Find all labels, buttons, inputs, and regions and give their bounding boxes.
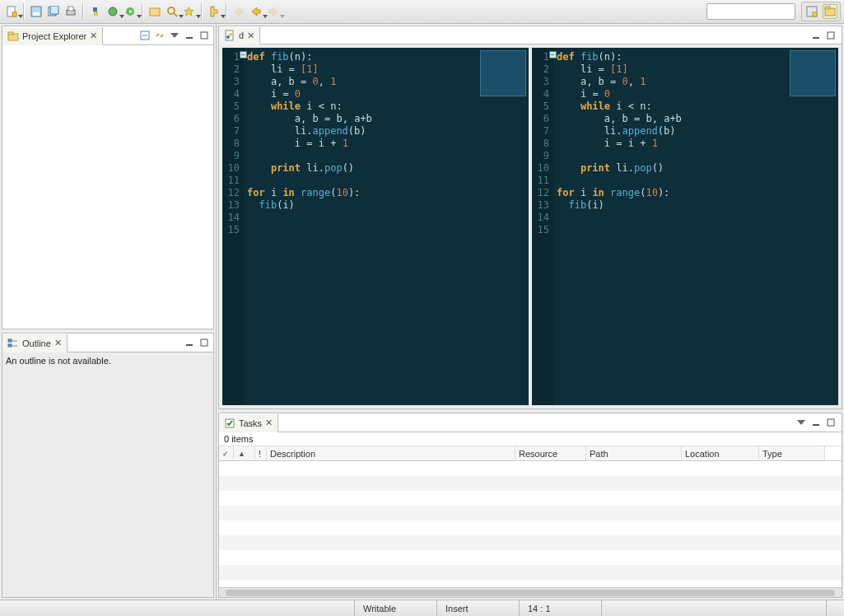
tasks-table-rows[interactable] bbox=[219, 461, 842, 587]
status-ok-icon[interactable] bbox=[826, 600, 844, 616]
view-menu-button[interactable] bbox=[168, 30, 180, 42]
svg-marker-16 bbox=[235, 7, 243, 16]
close-icon[interactable]: ✕ bbox=[247, 30, 254, 41]
new-button[interactable] bbox=[3, 3, 20, 20]
python-icon[interactable] bbox=[87, 3, 104, 20]
maximize-button[interactable] bbox=[198, 30, 210, 42]
perspective-switcher bbox=[801, 2, 841, 21]
tasks-column-header[interactable]: ✓ bbox=[219, 446, 234, 460]
svg-rect-30 bbox=[8, 339, 12, 342]
svg-rect-22 bbox=[825, 7, 830, 9]
svg-rect-3 bbox=[33, 12, 40, 16]
new-package-button[interactable] bbox=[147, 3, 163, 20]
svg-rect-11 bbox=[150, 8, 160, 16]
close-icon[interactable]: ✕ bbox=[90, 30, 97, 41]
editor-tab-label: d bbox=[239, 30, 244, 40]
status-cursor-position: 14 : 1 bbox=[528, 604, 551, 614]
tasks-column-header[interactable]: Type bbox=[759, 446, 825, 460]
svg-rect-34 bbox=[186, 344, 193, 346]
outline-view: Outline ✕ An outline is not available. bbox=[2, 333, 214, 598]
open-perspective-button[interactable] bbox=[804, 4, 819, 19]
outline-body: An outline is not available. bbox=[2, 352, 213, 597]
tasks-column-header[interactable]: Resource bbox=[515, 446, 586, 460]
tasks-icon bbox=[224, 418, 235, 429]
tasks-column-header[interactable]: Path bbox=[586, 446, 682, 460]
svg-rect-40 bbox=[828, 32, 834, 39]
svg-marker-15 bbox=[211, 7, 217, 16]
svg-rect-7 bbox=[68, 7, 73, 11]
search-tool-button[interactable] bbox=[164, 3, 180, 20]
tasks-view: Tasks ✕ 0 items ✓▲!DescriptionResourcePa… bbox=[218, 413, 842, 598]
fold-toggle[interactable]: − bbox=[549, 51, 557, 58]
dropdown-icon bbox=[196, 15, 201, 18]
outline-icon bbox=[7, 338, 19, 349]
svg-rect-1 bbox=[12, 12, 16, 16]
outline-tab[interactable]: Outline ✕ bbox=[2, 334, 68, 352]
svg-marker-18 bbox=[269, 7, 277, 16]
minimize-button[interactable] bbox=[809, 29, 822, 41]
project-explorer-view: Project Explorer ✕ bbox=[2, 26, 214, 329]
outline-title: Outline bbox=[22, 338, 51, 348]
status-bar: Writable Insert 14 : 1 bbox=[0, 600, 844, 616]
tasks-column-header[interactable]: ▲ bbox=[234, 446, 255, 460]
maximize-button[interactable] bbox=[824, 417, 837, 429]
last-edit-button[interactable] bbox=[231, 3, 247, 20]
link-editor-button[interactable] bbox=[153, 30, 166, 42]
save-button[interactable] bbox=[28, 3, 44, 20]
line-gutter: 123456789101112131415 bbox=[532, 48, 553, 405]
svg-rect-24 bbox=[8, 32, 13, 35]
tasks-column-header[interactable]: Location bbox=[682, 446, 759, 460]
maximize-button[interactable] bbox=[198, 337, 210, 349]
tasks-column-header[interactable]: ! bbox=[255, 446, 267, 460]
print-button[interactable] bbox=[63, 3, 79, 20]
main-toolbar bbox=[0, 0, 844, 24]
tasks-table-header: ✓▲!DescriptionResourcePathLocationType bbox=[219, 446, 842, 461]
project-explorer-title: Project Explorer bbox=[22, 31, 86, 41]
horizontal-scrollbar[interactable] bbox=[219, 587, 842, 597]
status-insert-mode: Insert bbox=[445, 604, 469, 614]
fold-toggle[interactable]: − bbox=[240, 51, 247, 58]
forward-button[interactable] bbox=[265, 3, 282, 20]
code-editor-right[interactable]: 123456789101112131415 def fib(n): li = [… bbox=[532, 48, 838, 405]
save-all-button[interactable] bbox=[45, 3, 62, 20]
tasks-tab[interactable]: Tasks ✕ bbox=[219, 414, 278, 432]
close-icon[interactable]: ✕ bbox=[54, 338, 62, 348]
project-explorer-body[interactable] bbox=[2, 45, 213, 329]
svg-marker-27 bbox=[170, 33, 179, 38]
collapse-all-button[interactable] bbox=[138, 30, 151, 42]
quick-access-input[interactable] bbox=[706, 3, 795, 20]
dropdown-icon bbox=[18, 15, 23, 18]
svg-marker-17 bbox=[252, 7, 260, 16]
minimize-button[interactable] bbox=[183, 30, 195, 42]
tasks-column-header[interactable]: Description bbox=[267, 446, 515, 460]
svg-rect-29 bbox=[201, 32, 208, 39]
back-button[interactable] bbox=[248, 3, 264, 20]
editor-area: d ✕ 123456789101112131415 def fib(n): li… bbox=[218, 26, 842, 409]
svg-point-12 bbox=[168, 7, 175, 14]
editor-tab-d[interactable]: d ✕ bbox=[219, 27, 260, 44]
resource-perspective-button[interactable] bbox=[823, 4, 837, 19]
project-explorer-tab[interactable]: Project Explorer ✕ bbox=[2, 27, 103, 45]
code-content[interactable]: def fib(n): li = [1] a, b = 0, 1 i = 0 w… bbox=[553, 48, 682, 405]
overview-minimap[interactable] bbox=[480, 50, 526, 96]
minimize-button[interactable] bbox=[809, 417, 822, 429]
debug-button[interactable] bbox=[105, 3, 121, 20]
close-icon[interactable]: ✕ bbox=[265, 418, 273, 428]
svg-point-37 bbox=[226, 35, 230, 39]
view-menu-button[interactable] bbox=[795, 417, 807, 429]
dropdown-icon bbox=[280, 15, 285, 18]
folder-icon bbox=[7, 30, 19, 42]
svg-line-13 bbox=[174, 13, 177, 16]
outline-empty-message: An outline is not available. bbox=[6, 356, 111, 366]
annotation-button[interactable] bbox=[181, 3, 198, 20]
svg-rect-35 bbox=[201, 339, 208, 346]
prev-edit-button[interactable] bbox=[206, 3, 222, 20]
tasks-table[interactable]: ✓▲!DescriptionResourcePathLocationType bbox=[219, 446, 842, 587]
dropdown-icon bbox=[137, 15, 142, 18]
maximize-button[interactable] bbox=[824, 29, 837, 41]
run-button[interactable] bbox=[122, 3, 138, 20]
code-content[interactable]: def fib(n): li = [1] a, b = 0, 1 i = 0 w… bbox=[244, 48, 372, 405]
minimize-button[interactable] bbox=[183, 337, 195, 349]
overview-minimap[interactable] bbox=[790, 50, 836, 96]
code-editor-left[interactable]: 123456789101112131415 def fib(n): li = [… bbox=[222, 48, 529, 405]
